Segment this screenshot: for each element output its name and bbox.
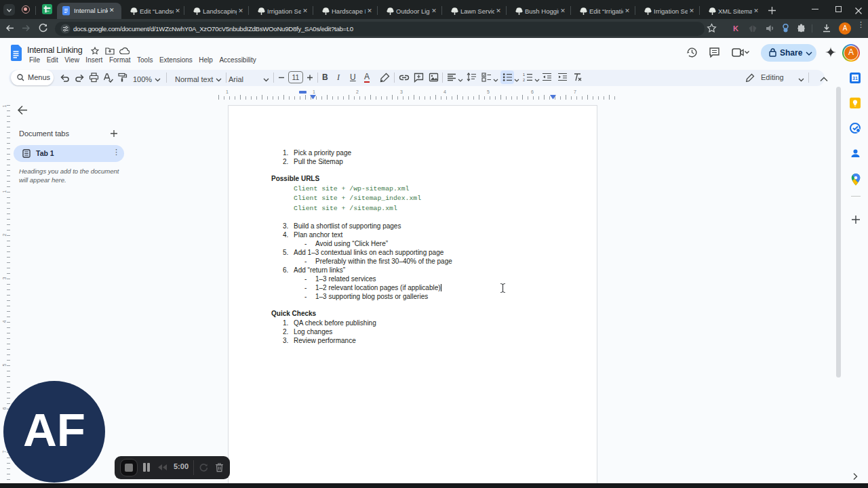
svg-text:2: 2 xyxy=(523,78,525,82)
svg-text:1: 1 xyxy=(523,73,525,77)
svg-text:31: 31 xyxy=(852,76,858,81)
